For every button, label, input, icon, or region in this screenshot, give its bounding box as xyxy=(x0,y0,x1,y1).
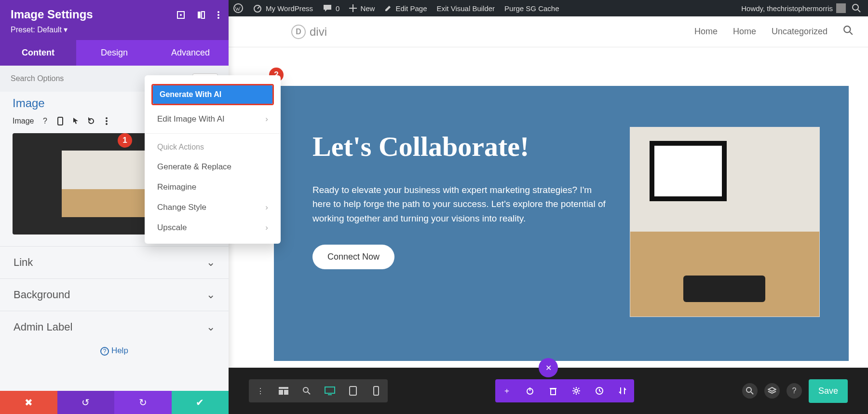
exit-visual-builder[interactable]: Exit Visual Builder xyxy=(436,4,495,13)
svg-line-6 xyxy=(850,32,853,35)
svg-rect-29 xyxy=(551,389,556,395)
wp-logo[interactable] xyxy=(233,3,243,13)
svg-point-16 xyxy=(106,120,108,122)
chevron-down-icon: ⌄ xyxy=(206,321,215,333)
chevron-down-icon: ⌄ xyxy=(206,289,215,301)
site-logo[interactable]: D divi xyxy=(291,25,327,39)
edit-page-link[interactable]: Edit Page xyxy=(384,4,427,13)
nav-search-icon[interactable] xyxy=(843,25,854,38)
generate-with-ai-item[interactable]: Generate With AI xyxy=(151,84,274,105)
global-search-icon[interactable] xyxy=(742,383,758,399)
sort-icon[interactable] xyxy=(611,379,634,402)
ai-dropdown: Generate With AI Edit Image With AI› Qui… xyxy=(145,75,281,244)
svg-point-5 xyxy=(844,26,850,32)
chevron-down-icon: ⌄ xyxy=(206,256,215,269)
power-icon[interactable] xyxy=(518,379,542,402)
settings-tabs: Content Design Advanced xyxy=(0,40,229,66)
desktop-view-icon[interactable] xyxy=(318,379,341,402)
svg-rect-19 xyxy=(279,390,283,395)
help-link[interactable]: ? Help xyxy=(0,343,229,356)
new-link[interactable]: New xyxy=(349,4,375,13)
chevron-right-icon: › xyxy=(265,223,268,233)
nav-uncategorized[interactable]: Uncategorized xyxy=(772,27,827,37)
confirm-button[interactable]: ✔ xyxy=(172,391,229,414)
tab-design[interactable]: Design xyxy=(76,40,152,66)
accordion-background[interactable]: Background⌄ xyxy=(0,278,229,311)
hero-body: Ready to elevate your business with expe… xyxy=(312,183,607,225)
site-header: D divi Home Home Uncategorized xyxy=(229,16,868,47)
svg-rect-10 xyxy=(202,12,204,18)
change-style-item[interactable]: Change Style› xyxy=(145,197,281,218)
avatar xyxy=(836,3,846,13)
close-builder-button[interactable]: ✕ xyxy=(539,358,558,377)
hero-image[interactable] xyxy=(630,127,820,317)
tab-content[interactable]: Content xyxy=(0,40,76,66)
connect-button[interactable]: Connect Now xyxy=(312,245,394,269)
search-options-input[interactable]: Search Options xyxy=(11,74,64,83)
add-icon[interactable]: ＋ xyxy=(495,379,518,402)
cancel-button[interactable]: ✖ xyxy=(0,391,57,414)
phone-icon[interactable] xyxy=(56,117,65,125)
history-icon[interactable] xyxy=(588,379,611,402)
chevron-right-icon: › xyxy=(265,114,268,124)
tab-advanced[interactable]: Advanced xyxy=(152,40,229,66)
panel-layout-icon[interactable] xyxy=(197,11,205,21)
undo-button[interactable]: ↺ xyxy=(57,391,115,414)
edit-image-with-ai-item[interactable]: Edit Image With AI› xyxy=(145,109,281,129)
bar-kebab-icon[interactable]: ⋮ xyxy=(249,379,272,402)
builder-bar: ✕ ⋮ ＋ ? Save xyxy=(229,368,868,414)
svg-point-11 xyxy=(217,11,219,13)
accordion-admin-label[interactable]: Admin Label⌄ xyxy=(0,311,229,343)
generate-replace-item[interactable]: Generate & Replace xyxy=(145,157,281,177)
zoom-icon[interactable] xyxy=(295,379,318,402)
svg-rect-9 xyxy=(198,12,201,18)
hover-icon[interactable] xyxy=(71,117,80,125)
svg-rect-14 xyxy=(58,117,63,125)
svg-point-31 xyxy=(575,389,578,392)
svg-point-0 xyxy=(234,4,243,13)
accordion-link[interactable]: Link⌄ xyxy=(0,246,229,278)
upscale-item[interactable]: Upscale› xyxy=(145,218,281,238)
phone-view-icon[interactable] xyxy=(365,379,388,402)
svg-rect-23 xyxy=(325,387,335,393)
redo-button[interactable]: ↻ xyxy=(114,391,172,414)
help-circle-icon[interactable]: ? xyxy=(787,383,802,399)
svg-point-13 xyxy=(217,17,219,19)
callout-1: 1 xyxy=(118,133,132,148)
svg-rect-25 xyxy=(350,386,356,395)
svg-line-34 xyxy=(751,392,753,394)
tablet-view-icon[interactable] xyxy=(341,379,365,402)
svg-point-17 xyxy=(106,123,108,125)
gear-icon[interactable] xyxy=(565,379,588,402)
reimagine-item[interactable]: Reimagine xyxy=(145,177,281,197)
view-controls: ⋮ xyxy=(249,379,388,402)
comments-link[interactable]: 0 xyxy=(323,3,339,13)
svg-point-12 xyxy=(217,14,219,16)
trash-icon[interactable] xyxy=(542,379,565,402)
panel-header[interactable]: Image Settings Preset: Default ▾ xyxy=(0,0,229,40)
image-field-label: Image xyxy=(13,117,34,125)
nav-home-2[interactable]: Home xyxy=(733,27,756,37)
logo-icon: D xyxy=(291,25,306,39)
howdy-user[interactable]: Howdy, thechristophermorris xyxy=(741,3,846,13)
save-button[interactable]: Save xyxy=(809,379,848,403)
image-thumbnail xyxy=(62,151,156,217)
quick-actions-header: Quick Actions xyxy=(145,138,281,157)
svg-point-3 xyxy=(853,4,858,10)
svg-line-22 xyxy=(308,392,310,394)
preset-dropdown[interactable]: Preset: Default ▾ xyxy=(11,25,219,34)
logo-text: divi xyxy=(310,25,327,39)
svg-point-33 xyxy=(746,387,751,392)
dashboard-link[interactable]: My WordPress xyxy=(253,3,313,13)
purge-cache[interactable]: Purge SG Cache xyxy=(504,4,559,13)
kebab-icon[interactable] xyxy=(217,11,220,21)
field-kebab-icon[interactable] xyxy=(102,117,111,125)
layers-icon[interactable] xyxy=(764,383,780,399)
reset-icon[interactable] xyxy=(87,117,95,125)
help-icon[interactable]: ? xyxy=(41,117,49,125)
nav-home-1[interactable]: Home xyxy=(694,27,718,37)
expand-icon[interactable] xyxy=(176,11,185,21)
svg-rect-18 xyxy=(279,387,288,389)
search-icon[interactable] xyxy=(852,3,861,13)
wireframe-view-icon[interactable] xyxy=(272,379,295,402)
